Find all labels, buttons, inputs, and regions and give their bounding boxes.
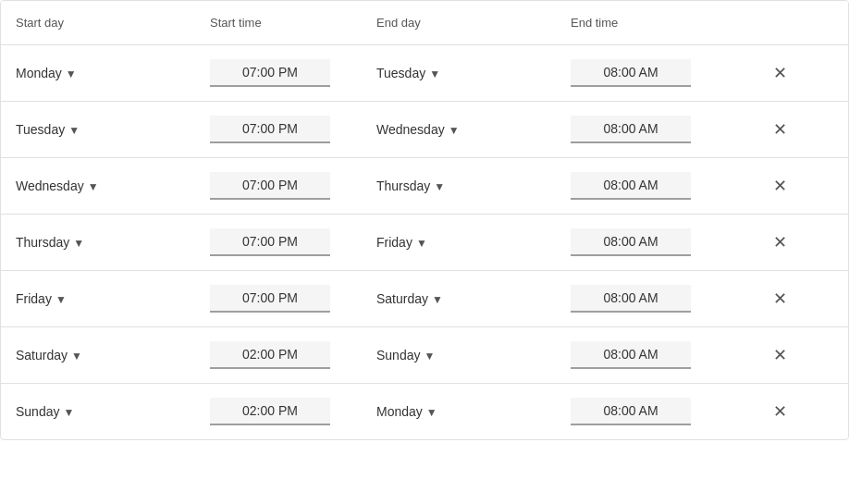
start-day-label-0: Monday [16, 66, 62, 80]
end-time-wrap-1 [571, 116, 691, 143]
end-time-wrap-2 [571, 172, 691, 200]
start-time-wrap-4 [210, 285, 330, 313]
start-day-chevron-5: ▼ [71, 350, 82, 363]
end-day-select-0[interactable]: Tuesday ▼ [376, 66, 571, 80]
table-row: Tuesday ▼ Wednesday ▼ ✕ [1, 102, 848, 158]
end-day-chevron-0: ▼ [429, 68, 440, 80]
schedule-table: Start day Start time End day End time Mo… [0, 0, 849, 440]
end-time-input-5[interactable] [571, 341, 691, 369]
start-day-chevron-3: ▼ [73, 237, 84, 250]
end-day-select-5[interactable]: Sunday ▼ [376, 348, 571, 363]
end-day-select-3[interactable]: Friday ▼ [376, 235, 571, 250]
end-day-select-4[interactable]: Saturday ▼ [376, 291, 571, 306]
end-time-wrap-0 [571, 59, 691, 87]
start-day-chevron-0: ▼ [66, 68, 77, 80]
table-row: Saturday ▼ Sunday ▼ ✕ [1, 327, 848, 384]
end-time-wrap-4 [571, 285, 691, 313]
table-row: Wednesday ▼ Thursday ▼ ✕ [1, 158, 848, 215]
end-time-input-4[interactable] [571, 285, 691, 313]
end-time-wrap-6 [571, 398, 691, 425]
start-day-select-4[interactable]: Friday ▼ [16, 291, 210, 306]
start-day-label-3: Thursday [16, 235, 69, 250]
table-row: Monday ▼ Tuesday ▼ ✕ [1, 45, 848, 102]
end-time-wrap-3 [571, 228, 691, 256]
delete-button-0[interactable]: ✕ [765, 58, 794, 88]
end-day-label-2: Thursday [376, 178, 430, 193]
start-time-input-6[interactable] [210, 398, 330, 425]
delete-button-1[interactable]: ✕ [765, 115, 794, 144]
start-time-input-5[interactable] [210, 341, 330, 369]
start-day-chevron-6: ▼ [63, 406, 74, 419]
start-time-wrap-3 [210, 228, 330, 256]
end-time-wrap-5 [571, 341, 691, 369]
table-header: Start day Start time End day End time [1, 1, 848, 45]
start-day-label-2: Wednesday [16, 178, 84, 193]
start-day-select-2[interactable]: Wednesday ▼ [16, 178, 210, 193]
table-row: Friday ▼ Saturday ▼ ✕ [1, 271, 848, 327]
start-time-wrap-1 [210, 116, 330, 143]
start-day-label-5: Saturday [16, 348, 68, 363]
rows-container: Monday ▼ Tuesday ▼ ✕ Tuesday ▼ Wednesday… [1, 45, 848, 439]
start-time-input-1[interactable] [210, 116, 330, 143]
delete-button-5[interactable]: ✕ [765, 340, 794, 370]
start-time-input-0[interactable] [210, 59, 330, 87]
start-time-wrap-6 [210, 398, 330, 425]
start-day-chevron-1: ▼ [68, 124, 80, 137]
end-day-label-3: Friday [376, 235, 412, 250]
end-day-chevron-1: ▼ [449, 124, 460, 137]
end-day-label-6: Monday [376, 404, 423, 419]
header-actions [765, 12, 849, 33]
header-end-time: End time [571, 12, 765, 33]
start-day-select-3[interactable]: Thursday ▼ [16, 235, 210, 250]
end-time-input-6[interactable] [571, 398, 691, 425]
start-time-wrap-5 [210, 341, 330, 369]
delete-button-2[interactable]: ✕ [765, 171, 794, 201]
start-day-select-0[interactable]: Monday ▼ [16, 66, 210, 80]
end-day-select-1[interactable]: Wednesday ▼ [376, 122, 571, 137]
start-time-wrap-2 [210, 172, 330, 200]
end-day-label-5: Sunday [376, 348, 420, 363]
end-day-chevron-3: ▼ [416, 237, 427, 250]
start-time-wrap-0 [210, 59, 330, 87]
start-day-select-5[interactable]: Saturday ▼ [16, 348, 210, 363]
delete-button-4[interactable]: ✕ [765, 284, 794, 313]
start-day-label-1: Tuesday [16, 122, 65, 137]
start-time-input-3[interactable] [210, 228, 330, 256]
end-time-input-0[interactable] [571, 59, 691, 87]
start-day-select-1[interactable]: Tuesday ▼ [16, 122, 210, 137]
end-day-label-1: Wednesday [376, 122, 445, 137]
end-time-input-2[interactable] [571, 172, 691, 200]
header-start-time: Start time [210, 12, 376, 33]
end-day-select-6[interactable]: Monday ▼ [376, 404, 571, 419]
start-day-label-4: Friday [16, 291, 52, 306]
end-day-select-2[interactable]: Thursday ▼ [376, 178, 571, 193]
end-day-label-4: Saturday [376, 291, 428, 306]
start-time-input-4[interactable] [210, 285, 330, 313]
table-row: Sunday ▼ Monday ▼ ✕ [1, 384, 848, 439]
start-time-input-2[interactable] [210, 172, 330, 200]
end-time-input-1[interactable] [571, 116, 691, 143]
delete-button-6[interactable]: ✕ [765, 397, 794, 426]
end-day-chevron-2: ▼ [434, 180, 445, 193]
header-end-day: End day [376, 12, 571, 33]
header-start-day: Start day [16, 12, 210, 33]
end-day-chevron-5: ▼ [424, 350, 435, 363]
end-day-label-0: Tuesday [376, 66, 425, 80]
delete-button-3[interactable]: ✕ [765, 227, 794, 257]
end-day-chevron-6: ▼ [426, 406, 437, 419]
start-day-chevron-4: ▼ [55, 293, 67, 306]
start-day-chevron-2: ▼ [88, 180, 99, 193]
end-day-chevron-4: ▼ [432, 293, 443, 306]
end-time-input-3[interactable] [571, 228, 691, 256]
start-day-select-6[interactable]: Sunday ▼ [16, 404, 210, 419]
table-row: Thursday ▼ Friday ▼ ✕ [1, 215, 848, 271]
start-day-label-6: Sunday [16, 404, 59, 419]
